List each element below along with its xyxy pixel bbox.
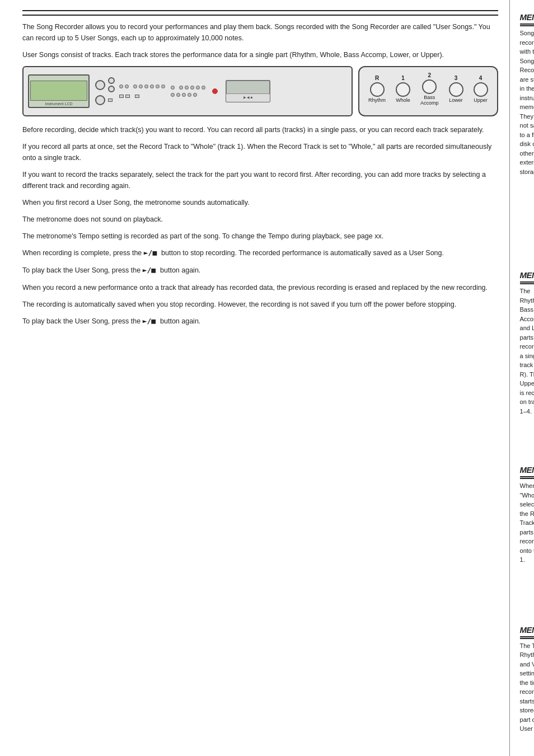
track-selector-panel: R Rhythm 1 Whole 2 Bass Acco xyxy=(358,66,498,116)
memo-badge-4: MEM xyxy=(520,625,534,639)
main-content: The Song Recorder allows you to record y… xyxy=(0,0,510,756)
body-para-4-1: The recording is automatically saved whe… xyxy=(22,299,498,310)
page-wrapper: The Song Recorder allows you to record y… xyxy=(0,0,534,756)
memo-text-4: The Tempo, Rhythm, and Voice settings at… xyxy=(520,641,534,734)
kb-knob-1 xyxy=(95,80,105,90)
intro-para-2: User Songs consist of tracks. Each track… xyxy=(22,49,498,60)
memo-badge-2: MEM xyxy=(520,270,534,284)
track-3: 3 Lower xyxy=(449,76,463,104)
track-circle-4 xyxy=(474,82,488,97)
keyboard-screen: Instrument LCD xyxy=(28,74,90,108)
memo-section-2: MEM The Rhythm, Bass Accomp, and Lower p… xyxy=(520,266,534,416)
body-para-2-1: The metronome does not sound on playback… xyxy=(22,214,498,225)
memo-text-1: Songs recorded with the Song Recorder ar… xyxy=(520,29,534,176)
track-circle-1 xyxy=(396,82,410,97)
memo-section-4: MEM The Tempo, Rhythm, and Voice setting… xyxy=(520,621,534,734)
play-stop-symbol-2: ►/■ xyxy=(143,266,160,274)
body-para-1-1: If you record all parts at once, set the… xyxy=(22,141,498,163)
body-para-4-0: When you record a new performance onto a… xyxy=(22,282,498,293)
play-stop-symbol-1: ►/■ xyxy=(144,248,161,257)
intro-para-1: The Song Recorder allows you to record y… xyxy=(22,21,498,44)
diagram-section: Instrument LCD xyxy=(22,66,498,116)
memo-text-3: When "Whole" is selected as the Record T… xyxy=(520,481,534,565)
kb-display-box: ▶ ◀ ■ xyxy=(226,80,270,102)
memo-badge-3: MEM xyxy=(520,465,534,479)
track-circle-2 xyxy=(422,79,437,94)
kb-knob-3 xyxy=(108,86,115,92)
bottom-rule xyxy=(22,15,498,16)
track-circle-3 xyxy=(449,82,463,97)
top-rule xyxy=(22,10,498,11)
kb-knob-4 xyxy=(95,95,105,105)
track-4: 4 Upper xyxy=(474,76,488,104)
body-para-4-2: To play back the User Song, press the ►/… xyxy=(22,316,498,327)
memo-section-1: MEM Songs recorded with the Song Recorde… xyxy=(520,8,534,176)
body-para-2-0: When you first record a User Song, the m… xyxy=(22,197,498,208)
track-r: R Rhythm xyxy=(368,76,386,104)
body-para-2-2: The metronome's Tempo setting is recorde… xyxy=(22,231,498,242)
memo-section-3: MEM When "Whole" is selected as the Reco… xyxy=(520,461,534,565)
track-2: 2 Bass Accomp xyxy=(420,73,439,106)
track-row-labels: R Rhythm 1 Whole 2 Bass Acco xyxy=(368,73,488,106)
body-para-1-2: If you want to record the tracks separat… xyxy=(22,169,498,191)
body-para-3-0: When recording is complete, press the ►/… xyxy=(22,247,498,259)
right-sidebar: MEM Songs recorded with the Song Recorde… xyxy=(510,0,534,756)
memo-text-2: The Rhythm, Bass Accomp, and Lower parts… xyxy=(520,287,534,416)
play-stop-symbol-3: ►/■ xyxy=(143,317,160,325)
body-para-1-0: Before recording, decide which track(s) … xyxy=(22,124,498,135)
kb-knob-2 xyxy=(108,77,115,84)
memo-badge-1: MEM xyxy=(520,12,534,26)
track-circle-r xyxy=(370,82,385,97)
keyboard-panel: Instrument LCD xyxy=(22,66,353,116)
body-para-3-1: To play back the User Song, press the ►/… xyxy=(22,265,498,276)
kb-rect-1 xyxy=(108,98,113,102)
track-1: 1 Whole xyxy=(396,76,410,104)
